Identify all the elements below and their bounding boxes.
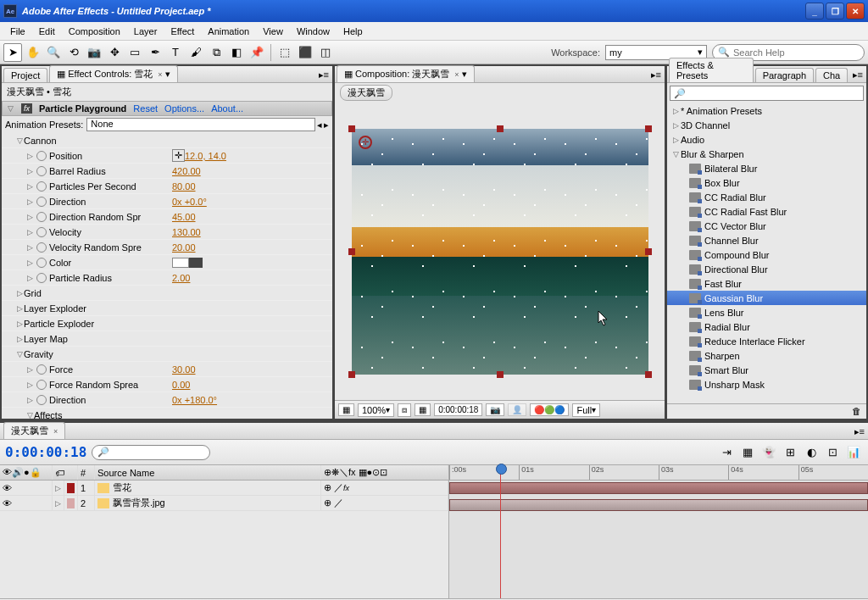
axis-local[interactable]: ⬚ <box>275 43 294 62</box>
tree-item[interactable]: CC Radial Blur <box>667 190 866 204</box>
next-preset-icon[interactable]: ▸ <box>324 119 329 131</box>
zoom-dropdown[interactable]: 100% ▾ <box>358 403 394 417</box>
tree-item[interactable]: Box Blur <box>667 175 866 190</box>
stopwatch-icon[interactable] <box>36 273 47 283</box>
group-label[interactable]: Particle Exploder <box>24 319 147 329</box>
handle-bc[interactable] <box>497 371 504 378</box>
menu-layer[interactable]: Layer <box>127 24 164 39</box>
group-label[interactable]: Layer Map <box>24 334 147 344</box>
tree-item[interactable]: Sharpen <box>667 348 866 363</box>
close-tab-icon[interactable]: × <box>454 70 459 79</box>
twirl-icon[interactable]: ▷ <box>55 499 61 508</box>
selection-tool[interactable]: ➤ <box>3 43 22 62</box>
tree-item[interactable]: Gaussian Blur <box>667 291 866 305</box>
crop-icon[interactable]: ⧈ <box>398 403 411 417</box>
ruler-tick[interactable]: :00s <box>449 465 519 480</box>
tree-category[interactable]: ▷* Animation Presets <box>667 103 866 118</box>
twirl-icon[interactable]: ▷ <box>25 396 34 404</box>
eye-icon[interactable]: 👁 <box>3 483 12 493</box>
tree-item[interactable]: Bilateral Blur <box>667 161 866 175</box>
rect-tool[interactable]: ▭ <box>125 43 144 62</box>
tab-effects-presets[interactable]: Effects & Presets <box>669 58 754 82</box>
col-num[interactable]: # <box>78 465 95 480</box>
stopwatch-icon[interactable] <box>36 242 47 253</box>
search-help-input[interactable] <box>733 47 859 58</box>
ruler-tick[interactable]: 02s <box>589 465 659 480</box>
fx-badge-icon[interactable]: fx <box>21 103 32 114</box>
close-tab-icon[interactable]: × <box>53 427 58 436</box>
menu-effect[interactable]: Effect <box>164 24 201 39</box>
twirl-icon[interactable]: ▽ <box>15 350 24 358</box>
brush-tool[interactable]: 🖌 <box>186 43 205 62</box>
stopwatch-icon[interactable] <box>36 364 47 375</box>
ruler-tick[interactable]: 05s <box>798 465 868 480</box>
panel-menu-icon[interactable]: ▸≡ <box>849 68 866 82</box>
col-source[interactable]: Source Name <box>95 465 321 480</box>
tree-item[interactable]: Smart Blur <box>667 363 866 377</box>
color-label[interactable] <box>67 498 75 508</box>
user-icon[interactable]: 👤 <box>508 403 526 416</box>
close-button[interactable]: ✕ <box>846 3 865 19</box>
trash-icon[interactable]: 🗑 <box>852 406 861 416</box>
timeline-tab[interactable]: 漫天飘雪× <box>3 422 65 439</box>
grid-icon[interactable]: ▦ <box>415 403 431 416</box>
stopwatch-icon[interactable] <box>36 166 47 176</box>
graph-editor-icon[interactable]: 📊 <box>844 443 863 462</box>
resolution-dropdown[interactable]: Full ▾ <box>572 403 600 417</box>
timeline-track-area[interactable]: :00s01s02s03s04s05s <box>449 465 868 598</box>
tl-btn-4[interactable]: ⊞ <box>781 443 799 462</box>
menu-help[interactable]: Help <box>337 24 370 39</box>
panel-menu-icon[interactable]: ▸≡ <box>315 68 332 82</box>
panel-menu-icon[interactable]: ▸≡ <box>851 425 868 439</box>
twirl-icon[interactable]: ▷ <box>25 228 34 236</box>
stopwatch-icon[interactable] <box>36 197 47 207</box>
twirl-icon[interactable]: ▷ <box>15 335 24 343</box>
twirl-icon[interactable]: ▷ <box>25 274 34 282</box>
stopwatch-icon[interactable] <box>36 212 47 222</box>
eraser-tool[interactable]: ◧ <box>227 43 246 62</box>
tab-project[interactable]: Project <box>3 68 47 82</box>
twirl-icon[interactable]: ▷ <box>15 319 24 328</box>
menu-window[interactable]: Window <box>290 24 337 39</box>
time-display[interactable]: 0:00:00:18 <box>434 403 482 416</box>
shy-icon[interactable]: 👻 <box>760 443 778 462</box>
tab-character[interactable]: Cha <box>815 68 848 82</box>
options-link[interactable]: Options... <box>164 103 204 114</box>
tree-item[interactable]: Fast Blur <box>667 276 866 291</box>
effect-header[interactable]: ▽ fx Particle Playground Reset Options..… <box>2 101 332 116</box>
twirl-icon[interactable]: ▷ <box>25 197 34 206</box>
axis-world[interactable]: ⬛ <box>296 43 314 62</box>
timecode-display[interactable]: 0:00:00:18 <box>5 444 86 460</box>
handle-bl[interactable] <box>348 371 355 378</box>
stopwatch-icon[interactable] <box>36 181 47 192</box>
group-label[interactable]: Gravity <box>24 349 147 359</box>
twirl-icon[interactable]: ▷ <box>15 289 24 297</box>
twirl-icon[interactable]: ▽ <box>6 104 14 113</box>
tl-btn-2[interactable]: ▦ <box>738 443 757 462</box>
close-tab-icon[interactable]: × <box>158 70 162 79</box>
alpha-icon[interactable]: ▦ <box>338 403 354 416</box>
stopwatch-icon[interactable] <box>36 380 47 390</box>
tree-item[interactable]: CC Radial Fast Blur <box>667 204 866 219</box>
pan-behind-tool[interactable]: ✥ <box>105 43 124 62</box>
ruler-tick[interactable]: 03s <box>659 465 728 480</box>
color-label[interactable] <box>67 483 75 493</box>
twirl-icon[interactable]: ▷ <box>15 304 24 313</box>
layer-name[interactable]: 雪花 <box>95 481 321 495</box>
minimize-button[interactable]: _ <box>805 3 824 19</box>
group-label[interactable]: Grid <box>24 288 147 298</box>
twirl-icon[interactable]: ▽ <box>15 136 24 145</box>
layer-row[interactable]: 👁 ▷ 1 雪花 ⊕ ／ fx <box>0 481 448 496</box>
tab-composition[interactable]: ▦Composition: 漫天飘雪×▾ <box>337 65 475 82</box>
maximize-button[interactable]: ❐ <box>826 3 844 19</box>
snapshot-icon[interactable]: 📷 <box>486 403 504 416</box>
ruler-tick[interactable]: 04s <box>728 465 798 480</box>
tree-item[interactable]: CC Vector Blur <box>667 219 866 233</box>
menu-file[interactable]: File <box>3 24 32 39</box>
prev-preset-icon[interactable]: ◂ <box>315 119 324 131</box>
ruler-tick[interactable]: 01s <box>519 465 588 480</box>
layer-row[interactable]: 👁 ▷ 2 飘雪背景.jpg ⊕ ／ <box>0 496 448 511</box>
menu-view[interactable]: View <box>256 24 290 39</box>
tl-btn-6[interactable]: ⊡ <box>823 443 842 462</box>
rotate-tool[interactable]: ⟲ <box>64 43 83 62</box>
